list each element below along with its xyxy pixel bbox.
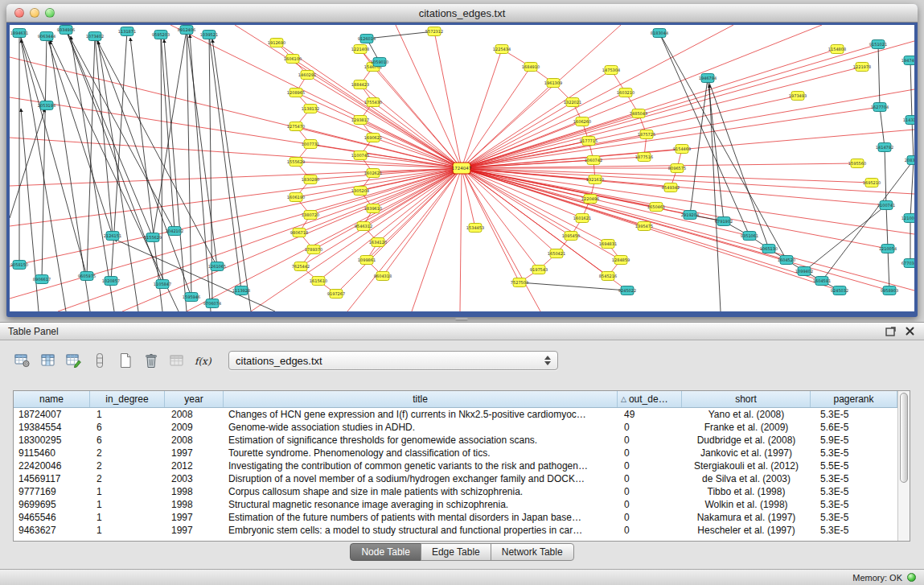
column-chooser-icon[interactable] xyxy=(37,350,59,371)
graph-node[interactable]: 7625442 xyxy=(292,262,310,271)
graph-node[interactable]: 9197267 xyxy=(327,290,345,299)
graph-node[interactable]: 9245022 xyxy=(618,286,636,295)
graph-node[interactable]: 1059010 xyxy=(371,58,388,67)
graph-node[interactable]: 1321610 xyxy=(586,175,604,184)
graph-node[interactable]: 1947406 xyxy=(901,56,914,65)
column-header-name[interactable]: name xyxy=(14,391,90,407)
graph-node[interactable]: 1210004 xyxy=(901,214,914,223)
graph-node[interactable]: 1099402 xyxy=(795,267,813,276)
column-header-pagerank[interactable]: pagerank xyxy=(811,391,897,407)
graph-node[interactable]: 7527503 xyxy=(511,278,528,287)
graph-node[interactable]: 1395475 xyxy=(635,222,653,231)
window-zoom-button[interactable] xyxy=(45,8,55,18)
graph-node[interactable]: 2042102 xyxy=(166,227,183,236)
graph-node[interactable]: 9351061 xyxy=(741,232,758,241)
window-minimize-button[interactable] xyxy=(30,8,39,18)
float-panel-icon[interactable] xyxy=(884,326,897,337)
delete-rows-icon[interactable] xyxy=(140,350,162,371)
table-row[interactable]: 2242004622012Investigating the contribut… xyxy=(14,459,897,472)
graph-node[interactable]: 1293817 xyxy=(351,116,369,125)
table-row[interactable]: 1872400712008Changes of HCN gene express… xyxy=(14,408,897,421)
graph-node[interactable]: 1105847 xyxy=(154,280,171,289)
graph-node[interactable]: 1221408 xyxy=(351,45,369,54)
graph-node[interactable]: 1221978 xyxy=(853,63,871,72)
graph-node[interactable]: 1606190 xyxy=(287,193,305,202)
graph-node[interactable]: 1603210 xyxy=(617,89,634,97)
graph-node[interactable]: 1210054 xyxy=(879,245,897,253)
graph-node[interactable]: 1604520 xyxy=(778,256,795,265)
graph-node[interactable]: 9334906 xyxy=(57,26,75,35)
graph-node[interactable]: 8549342 xyxy=(662,183,680,192)
graph-node[interactable]: 1650421 xyxy=(548,249,565,258)
graph-node[interactable]: 1606260 xyxy=(573,117,591,126)
table-row[interactable]: 1830029562008Estimation of significance … xyxy=(14,434,897,447)
graph-node[interactable]: 1695210 xyxy=(863,179,881,187)
graph-node[interactable]: 1143150 xyxy=(903,116,914,125)
graph-node[interactable]: 9177715 xyxy=(580,137,598,146)
tab-edge-table[interactable]: Edge Table xyxy=(421,543,491,561)
graph-node[interactable]: 1261065 xyxy=(208,262,226,271)
graph-node[interactable]: 9063444 xyxy=(38,32,55,41)
graph-node[interactable]: 1877516 xyxy=(635,153,653,162)
graph-node[interactable]: 1534453 xyxy=(466,224,484,233)
graph-node[interactable]: 1634120 xyxy=(369,238,387,247)
graph-node[interactable]: 1154808 xyxy=(828,45,846,54)
graph-node[interactable]: 1073402 xyxy=(86,32,104,41)
graph-node[interactable]: 1322021 xyxy=(564,98,581,107)
graph-node[interactable]: 1155629 xyxy=(144,233,162,242)
graph-node[interactable]: 1875725 xyxy=(638,130,655,139)
graph-node[interactable]: 1884423 xyxy=(351,80,369,89)
vertical-scrollbar[interactable] xyxy=(897,391,910,541)
graph-node[interactable]: 8096575 xyxy=(668,164,686,173)
graph-node[interactable]: 8906617 xyxy=(33,275,51,284)
graph-node[interactable]: 1789370 xyxy=(305,245,322,254)
table-row[interactable]: 946362711997Embryonic stem cells: a mode… xyxy=(14,524,897,537)
graph-node[interactable]: 1650461 xyxy=(647,203,665,212)
graph-node[interactable]: 1414792 xyxy=(876,143,893,152)
graph-node[interactable]: 1894631 xyxy=(10,29,28,38)
graph-node[interactable]: 1100741 xyxy=(877,201,895,210)
graph-hub-node[interactable]: 1724047 xyxy=(452,163,472,174)
function-builder-icon[interactable]: f(x) xyxy=(191,350,213,371)
graph-node[interactable]: 9151021 xyxy=(869,40,887,49)
graph-node[interactable]: 1039521 xyxy=(200,31,218,39)
graph-node[interactable]: 1946794 xyxy=(699,74,717,83)
edit-table-icon[interactable] xyxy=(63,350,84,371)
close-panel-icon[interactable] xyxy=(903,326,916,337)
graph-node[interactable]: 1555629 xyxy=(287,158,305,167)
panel-resize-grip[interactable] xyxy=(455,318,468,321)
column-header-out_de[interactable]: △out_de… xyxy=(618,391,682,407)
graph-node[interactable]: 2126151 xyxy=(104,232,121,241)
table-row[interactable]: 977716911998Corpus callosum shape and si… xyxy=(14,485,897,498)
graph-node[interactable]: 1060742 xyxy=(585,156,602,165)
graph-node[interactable]: 9595203 xyxy=(152,31,170,39)
graph-node[interactable]: 1830280 xyxy=(302,175,319,184)
graph-node[interactable]: 1460291 xyxy=(298,71,316,80)
graph-node[interactable]: 5572312 xyxy=(425,27,443,36)
graph-node[interactable]: 9058150 xyxy=(10,261,28,270)
graph-node[interactable]: 8604318 xyxy=(374,272,392,281)
graph-node[interactable]: 9546312 xyxy=(355,222,372,231)
graph-node[interactable]: 1595560 xyxy=(848,159,866,168)
graph-node[interactable]: 1961309 xyxy=(544,79,562,88)
graph-node[interactable]: 9197543 xyxy=(530,266,548,274)
graph-node[interactable]: 9706074 xyxy=(203,299,221,308)
graph-node[interactable]: 1131871 xyxy=(118,27,136,36)
graph-node[interactable]: 1606100 xyxy=(284,55,302,64)
graph-node[interactable]: 1225434 xyxy=(493,45,511,54)
graph-node[interactable]: 9806718 xyxy=(290,229,308,237)
graph-node[interactable]: 8545216 xyxy=(599,272,617,281)
graph-node[interactable]: 1755430 xyxy=(364,98,382,107)
table-row[interactable]: 946554611997Estimation of the future num… xyxy=(14,511,897,524)
graph-node[interactable]: 1020857 xyxy=(102,277,120,286)
graph-node[interactable]: 1113928 xyxy=(232,286,250,295)
window-close-button[interactable] xyxy=(14,8,24,18)
graph-node[interactable]: 1690621 xyxy=(364,134,382,142)
column-header-year[interactable]: year xyxy=(165,391,224,407)
graph-node[interactable]: 1220496 xyxy=(581,195,599,204)
graph-node[interactable]: 1684910 xyxy=(522,63,540,72)
graph-node[interactable]: 1305204 xyxy=(351,187,369,196)
graph-node[interactable]: 9154469 xyxy=(673,145,691,154)
graph-node[interactable]: 1602621 xyxy=(364,169,382,178)
tab-network-table[interactable]: Network Table xyxy=(491,543,574,561)
